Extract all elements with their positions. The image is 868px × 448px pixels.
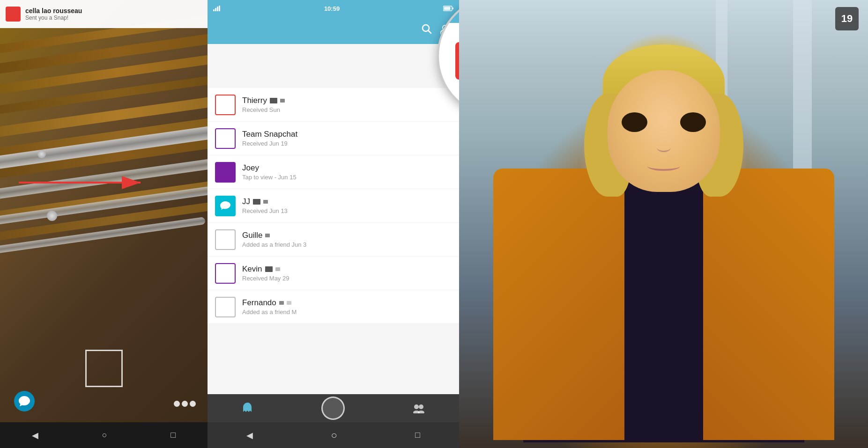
person-cardigan-right xyxy=(703,169,834,440)
notification-bar[interactable]: cella lao rousseau Sent you a Snap! xyxy=(0,0,208,28)
emoji-fernando-2 xyxy=(287,301,291,305)
friends-nav-item[interactable] xyxy=(412,403,425,413)
jj-info: JJ Received Jun 13 xyxy=(242,197,452,214)
svg-rect-3 xyxy=(215,8,216,11)
left-eye xyxy=(622,112,647,132)
camera-nav-button[interactable] xyxy=(321,397,345,420)
right-eye xyxy=(680,112,706,132)
list-item[interactable]: Kevin Received May 29 xyxy=(208,257,459,290)
joey-info: Joey Tap to view - Jun 15 xyxy=(242,163,452,181)
back-button[interactable]: ◀ xyxy=(32,430,38,441)
jj-avatar xyxy=(215,196,236,216)
emoji-jj-1 xyxy=(253,199,260,205)
guille-sub: Added as a friend Jun 3 xyxy=(242,241,452,248)
notification-icon xyxy=(6,7,21,22)
chat-icon[interactable] xyxy=(14,391,35,411)
shutter-button-outline[interactable] xyxy=(85,350,123,387)
pillar-1 xyxy=(793,0,812,187)
list-item[interactable]: Fernando Added as a friend M xyxy=(208,290,459,324)
svg-point-15 xyxy=(419,404,423,409)
list-item[interactable]: JJ Received Jun 13 xyxy=(208,189,459,223)
team-snapchat-avatar xyxy=(215,128,236,149)
emoji-kevin-1 xyxy=(265,266,273,272)
friends-dots-icon[interactable] xyxy=(174,401,196,407)
thierry-avatar xyxy=(215,95,236,115)
fernando-avatar xyxy=(215,297,236,317)
cella-avatar xyxy=(455,42,459,80)
list-item[interactable]: Guille Added as a friend Jun 3 xyxy=(208,223,459,257)
fernando-name: Fernando xyxy=(242,298,452,308)
emoji-kevin-2 xyxy=(275,267,280,271)
svg-rect-5 xyxy=(219,6,220,11)
emoji-jj-2 xyxy=(263,200,268,204)
joey-sub: Tap to view - Jun 15 xyxy=(242,174,452,181)
recent-button[interactable]: □ xyxy=(171,430,176,440)
center-back-button[interactable]: ◀ xyxy=(246,430,253,441)
home-button[interactable]: ○ xyxy=(102,430,107,440)
svg-rect-4 xyxy=(217,7,218,11)
svg-line-10 xyxy=(428,30,431,33)
notification-title: cella lao rousseau xyxy=(25,7,82,15)
kevin-info: Kevin Received May 29 xyxy=(242,264,452,282)
svg-rect-2 xyxy=(213,9,215,11)
badge-19: 19 xyxy=(835,7,859,30)
status-time: 10:59 xyxy=(324,5,340,12)
svg-point-14 xyxy=(414,404,419,409)
mouth xyxy=(647,162,680,171)
status-icons-left xyxy=(213,6,221,11)
joey-avatar xyxy=(215,162,236,183)
list-item[interactable]: Thierry Received Sun xyxy=(208,88,459,122)
emoji-block xyxy=(270,98,277,103)
app-header xyxy=(208,17,459,44)
left-android-nav: ◀ ○ □ xyxy=(0,422,208,448)
center-home-button[interactable]: ○ xyxy=(331,429,337,441)
team-snapchat-info: Team Snapchat Received Jun 19 xyxy=(242,130,452,147)
notification-subtitle: Sent you a Snap! xyxy=(25,15,82,21)
thierry-name: Thierry xyxy=(242,96,452,105)
nose xyxy=(657,143,671,152)
joey-name: Joey xyxy=(242,163,452,173)
svg-point-17 xyxy=(418,411,424,413)
friends-list: Thierry Received Sun Team Snapchat Recei… xyxy=(208,88,459,324)
team-snapchat-sub: Received Jun 19 xyxy=(242,140,452,147)
person-face xyxy=(608,70,720,192)
kevin-avatar xyxy=(215,263,236,284)
jj-sub: Received Jun 13 xyxy=(242,207,452,214)
emoji-block-sm xyxy=(280,99,285,103)
jj-name: JJ xyxy=(242,197,452,206)
thierry-sub: Received Sun xyxy=(242,106,452,113)
red-arrow xyxy=(14,173,150,192)
notification-text: cella lao rousseau Sent you a Snap! xyxy=(25,7,82,21)
fernando-sub: Added as a friend M xyxy=(242,308,452,316)
fernando-info: Fernando Added as a friend M xyxy=(242,298,452,316)
emoji-fernando-1 xyxy=(279,301,284,305)
search-icon[interactable] xyxy=(422,24,432,37)
list-item[interactable]: Team Snapchat Received Jun 19 xyxy=(208,122,459,155)
right-panel: 19 xyxy=(459,0,868,448)
center-recent-button[interactable]: □ xyxy=(415,430,420,440)
person-cardigan-left xyxy=(493,169,624,440)
kevin-name: Kevin xyxy=(242,264,452,274)
kevin-sub: Received May 29 xyxy=(242,275,452,282)
center-bottom-nav xyxy=(208,394,459,422)
thierry-info: Thierry Received Sun xyxy=(242,96,452,113)
left-panel: cella lao rousseau Sent you a Snap! ◀ xyxy=(0,0,208,448)
status-bar: 10:59 xyxy=(208,0,459,17)
center-android-nav: ◀ ○ □ xyxy=(208,422,459,448)
emoji-guille xyxy=(265,234,270,237)
ghost-nav-item[interactable] xyxy=(241,402,254,415)
team-snapchat-name: Team Snapchat xyxy=(242,130,452,139)
guille-avatar xyxy=(215,229,236,250)
guille-name: Guille xyxy=(242,231,452,240)
list-item[interactable]: Joey Tap to view - Jun 15 xyxy=(208,155,459,189)
center-panel: 10:59 cella xyxy=(208,0,459,448)
guille-info: Guille Added as a friend Jun 3 xyxy=(242,231,452,248)
